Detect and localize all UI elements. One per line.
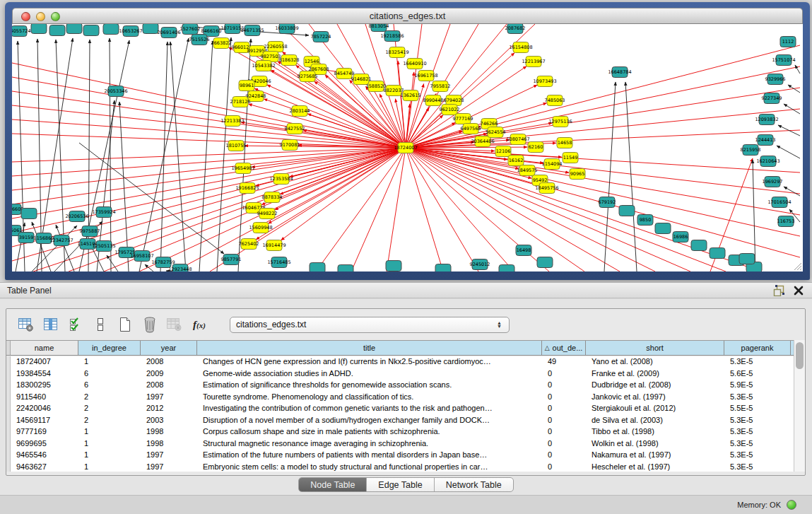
table-cell[interactable]: 6 <box>78 380 141 392</box>
graph-node[interactable]: 12093832 <box>755 115 778 125</box>
citation-edge[interactable] <box>269 148 406 223</box>
table-cell[interactable]: 2003 <box>141 415 197 427</box>
citation-edge[interactable] <box>170 42 186 271</box>
table-cell[interactable]: 9777169 <box>11 426 78 438</box>
graph-node[interactable]: 14055724 <box>12 26 31 37</box>
table-cell[interactable]: 0 <box>542 450 586 462</box>
graph-node[interactable]: 10653267 <box>119 26 142 37</box>
table-cell[interactable]: 0 <box>542 415 586 427</box>
graph-node[interactable]: 1362615 <box>401 90 421 101</box>
citation-edge[interactable] <box>406 66 800 148</box>
destroy-table-button[interactable] <box>165 315 184 334</box>
graph-node[interactable]: 9227349 <box>762 93 782 104</box>
graph-node[interactable]: 16154808 <box>509 42 532 53</box>
citation-edge[interactable] <box>254 88 406 148</box>
graph-node[interactable]: 9777169 <box>453 114 473 124</box>
table-cell[interactable]: 2 <box>78 415 141 427</box>
graph-node[interactable]: 3624554 <box>486 127 506 138</box>
citation-edge[interactable] <box>12 148 406 162</box>
graph-node[interactable] <box>49 25 65 36</box>
graph-node[interactable]: 16986 <box>673 232 688 243</box>
citation-edge[interactable] <box>199 41 213 271</box>
graph-node[interactable] <box>31 24 47 34</box>
graph-node[interactable]: 12213383 <box>220 116 244 127</box>
citation-edge[interactable] <box>784 187 800 196</box>
graph-node[interactable]: 7485063 <box>545 95 565 106</box>
table-cell[interactable]: Tibbo et al. (1998) <box>586 426 724 438</box>
graph-node[interactable]: 17016504 <box>767 197 791 208</box>
table-cell[interactable]: 0 <box>542 380 586 392</box>
graph-node[interactable] <box>21 209 37 219</box>
table-scrollbar-thumb[interactable] <box>796 342 804 369</box>
table-cell[interactable]: 1 <box>78 438 141 450</box>
citation-edge[interactable] <box>406 24 422 148</box>
graph-node[interactable]: 9975887 <box>80 226 100 237</box>
table-cell[interactable]: 5.3E-5 <box>724 462 791 472</box>
tab-edge-table[interactable]: Edge Table <box>367 478 434 491</box>
graph-node[interactable]: 12353584 <box>269 174 293 185</box>
graph-node[interactable]: 8186328 <box>279 55 300 66</box>
graph-node[interactable]: 11549 <box>563 153 578 163</box>
window-title-bar[interactable]: citations_edges.txt <box>12 8 803 24</box>
tab-network-table[interactable]: Network Table <box>435 478 513 491</box>
graph-node[interactable]: 19218586 <box>380 31 404 42</box>
network-canvas[interactable]: 1405572410653267206914061527602846616010… <box>12 24 803 271</box>
graph-node[interactable]: 1527602 <box>180 24 201 35</box>
column-header-title[interactable]: title <box>197 341 542 355</box>
close-icon[interactable] <box>794 286 804 296</box>
citation-edge[interactable] <box>12 91 406 148</box>
graph-node[interactable]: 16033809 <box>275 24 298 34</box>
graph-node[interactable] <box>499 265 514 272</box>
table-cell[interactable]: Investigating the contribution of common… <box>197 403 542 415</box>
column-header-year[interactable]: year <box>141 341 197 355</box>
citation-edge[interactable] <box>406 148 478 271</box>
graph-node[interactable]: 39159 <box>18 233 34 243</box>
table-cell[interactable]: 5.9E-5 <box>724 380 791 392</box>
table-cell[interactable]: 2009 <box>141 368 197 380</box>
table-row[interactable]: 911546021997Tourette syndrome. Phenomeno… <box>6 392 794 404</box>
table-cell[interactable]: Corpus callosum shape and size in male p… <box>197 426 542 438</box>
graph-node[interactable] <box>435 264 451 272</box>
table-cell[interactable]: Tourette syndrome. Phenomenology and cla… <box>197 392 542 404</box>
table-cell[interactable]: 1998 <box>141 426 197 438</box>
network-graph[interactable]: 1405572410653267206914061527602846616010… <box>12 24 803 271</box>
table-cell[interactable]: 18300295 <box>11 380 78 392</box>
graph-node[interactable]: 1244413 <box>755 135 776 146</box>
table-cell[interactable]: 5.3E-5 <box>724 426 791 438</box>
table-cell[interactable]: 1998 <box>141 438 197 450</box>
graph-node[interactable] <box>83 25 99 36</box>
table-cell[interactable]: 1997 <box>141 462 197 472</box>
citation-edge[interactable] <box>238 39 251 271</box>
citation-edge[interactable] <box>604 82 616 271</box>
graph-node[interactable]: 16648784 <box>608 67 631 78</box>
citation-edge[interactable] <box>281 148 406 240</box>
graph-node[interactable]: 9245012 <box>470 259 490 270</box>
graph-node[interactable]: 90965 <box>570 169 585 180</box>
citation-edge[interactable] <box>264 56 406 148</box>
table-cell[interactable]: 5.3E-5 <box>724 356 791 368</box>
graph-node[interactable]: 2803144 <box>290 106 310 117</box>
citation-edge[interactable] <box>107 255 118 271</box>
column-header-in_degree[interactable]: in_degree <box>78 341 141 355</box>
graph-node[interactable] <box>655 223 671 234</box>
table-cell[interactable]: 9699695 <box>11 438 78 450</box>
table-cell[interactable]: 5.3E-5 <box>724 438 791 450</box>
table-row[interactable]: 1456911722003Disruption of a novel membe… <box>6 415 794 427</box>
graph-node[interactable]: 16961758 <box>414 71 437 81</box>
column-header-short[interactable]: short <box>586 341 724 355</box>
graph-node[interactable] <box>537 257 553 268</box>
graph-node[interactable]: 20053346 <box>104 86 127 97</box>
citation-edge[interactable] <box>12 119 406 148</box>
graph-node[interactable]: 7515526 <box>189 35 210 45</box>
graph-node[interactable] <box>710 248 725 259</box>
graph-node[interactable] <box>143 24 158 34</box>
table-cell[interactable]: 6 <box>78 368 141 380</box>
graph-node[interactable]: 8813054 <box>369 24 389 32</box>
graph-node[interactable]: 16498 <box>516 245 531 256</box>
graph-node[interactable]: 7663822 <box>211 38 232 49</box>
function-builder-button[interactable]: f(x) <box>189 315 209 334</box>
graph-node[interactable]: 20691406 <box>157 28 180 38</box>
table-cell[interactable]: 1997 <box>141 392 197 404</box>
table-cell[interactable]: 2008 <box>141 380 197 392</box>
graph-node[interactable] <box>619 206 635 216</box>
